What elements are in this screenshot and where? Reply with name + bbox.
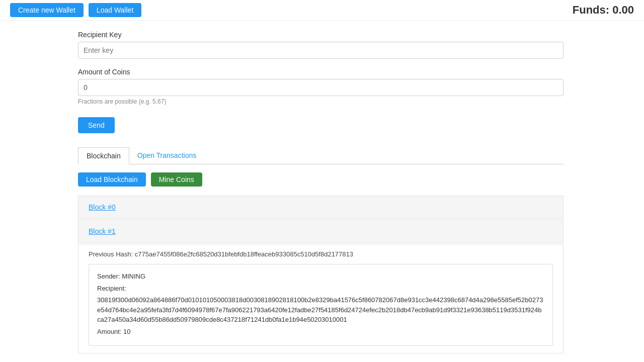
load-blockchain-button[interactable]: Load Blockchain (78, 172, 146, 187)
transaction-recipient-value: 30819f300d06092a864886f70d01010105000381… (97, 295, 544, 325)
amount-label-tx: Amount: (97, 328, 121, 335)
send-button[interactable]: Send (78, 117, 115, 133)
transaction-amount: Amount: 10 (97, 327, 544, 337)
block-1-expanded: Previous Hash: c775ae7455f086e2fc68520d3… (78, 244, 564, 353)
funds-display: Funds: 0.00 (573, 4, 634, 17)
recipient-key-input[interactable] (78, 42, 564, 59)
recipient-key-label: Recipient Key (78, 31, 564, 39)
transaction-box: Sender: MINING Recipient: 30819f300d0609… (89, 264, 553, 346)
transaction-recipient-label: Recipient: (97, 284, 544, 294)
tab-open-transactions[interactable]: Open Transactions (129, 147, 205, 164)
block-1-item: Block #1 (78, 220, 564, 243)
amount-group: Amount of Coins Fractions are possible (… (78, 68, 564, 105)
mine-coins-button[interactable]: Mine Coins (151, 172, 202, 187)
recipient-key-group: Recipient Key (78, 31, 564, 59)
top-bar-actions: Create new Wallet Load Wallet (10, 3, 141, 17)
tabs-container: Blockchain Open Transactions Load Blockc… (78, 147, 564, 353)
block-0-item: Block #0 (78, 196, 564, 219)
load-wallet-button[interactable]: Load Wallet (89, 3, 141, 17)
blockchain-list: Block #0 Block #1 Previous Hash: c775ae7… (78, 196, 564, 353)
amount-hint: Fractions are possible (e.g. 5.67) (78, 98, 564, 105)
amount-label: Amount of Coins (78, 68, 564, 76)
tabs: Blockchain Open Transactions (78, 147, 564, 164)
amount-value-tx: 10 (123, 328, 130, 335)
create-wallet-button[interactable]: Create new Wallet (10, 3, 84, 17)
transaction-sender: Sender: MINING (97, 272, 544, 282)
top-bar: Create new Wallet Load Wallet Funds: 0.0… (0, 0, 644, 21)
main-content: Recipient Key Amount of Coins Fractions … (0, 21, 644, 362)
block-prev-hash: Previous Hash: c775ae7455f086e2fc68520d3… (78, 244, 563, 262)
tab-blockchain[interactable]: Blockchain (78, 147, 129, 164)
tab-actions: Load Blockchain Mine Coins (78, 172, 564, 187)
block-0-link[interactable]: Block #0 (89, 203, 116, 211)
prev-hash-label: Previous Hash: (89, 250, 133, 258)
sender-label: Sender: MINING (97, 273, 145, 280)
prev-hash-value: c775ae7455f086e2fc68520d31bfebfdb18ffeac… (135, 250, 353, 258)
amount-input[interactable] (78, 79, 564, 96)
block-1-link[interactable]: Block #1 (89, 227, 116, 235)
